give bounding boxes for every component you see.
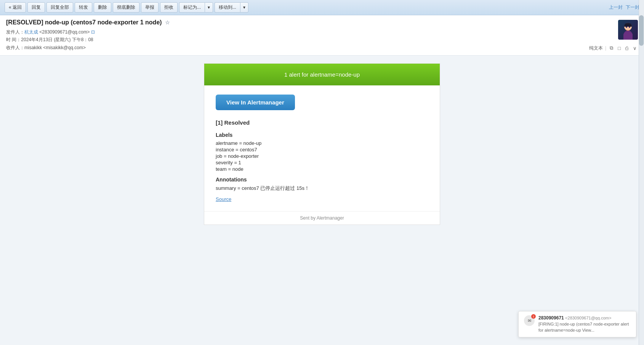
annotations-title: Annotations xyxy=(216,177,428,183)
star-icon[interactable]: ☆ xyxy=(165,19,170,26)
labels-title: Labels xyxy=(216,132,428,138)
separator: | xyxy=(605,45,606,51)
label-instance: instance = centos7 xyxy=(216,147,428,152)
email-meta: 发件人：杭太成 <2830909671@qq.com> ⊡ 时 间：2024年4… xyxy=(6,28,638,51)
recipient-value: misakikk <misakikk@qq.com> xyxy=(24,45,86,50)
email-title-row: [RESOLVED] node-up (centos7 node-exporte… xyxy=(6,19,638,26)
delete-button[interactable]: 删除 xyxy=(94,2,111,13)
back-button[interactable]: « 返回 xyxy=(5,2,26,13)
reply-button[interactable]: 回复 xyxy=(27,2,45,13)
scrollbar[interactable] xyxy=(639,0,644,284)
email-body: 1 alert for alertname=node-up View In Al… xyxy=(0,56,644,284)
sender-profile-icon[interactable]: ⊡ xyxy=(91,29,95,35)
mark-split-button: 标记为... ▼ xyxy=(179,2,213,13)
label-job: job = node-exporter xyxy=(216,153,428,159)
email-header: [RESOLVED] node-up (centos7 node-exporte… xyxy=(0,15,644,56)
annotations-section: Annotations summary = centos7 已停止运行超过 15… xyxy=(216,177,428,192)
email-subject: [RESOLVED] node-up (centos7 node-exporte… xyxy=(6,19,162,26)
labels-section: Labels alertname = node-up instance = ce… xyxy=(216,132,428,172)
more-actions-icon[interactable]: ∨ xyxy=(632,45,638,51)
avatar-image xyxy=(618,20,638,40)
recipient-label: 收件人： xyxy=(6,45,24,50)
mark-dropdown-arrow[interactable]: ▼ xyxy=(205,2,213,13)
time-value: 2024年4月13日 (星期六) 下午8：08 xyxy=(21,37,93,42)
sender-name: 杭太成 xyxy=(24,29,38,35)
svg-point-2 xyxy=(626,26,627,28)
alert-email-container: 1 alert for alertname=node-up View In Al… xyxy=(204,63,440,225)
sender-email: <2830909671@qq.com> xyxy=(39,29,90,35)
move-button[interactable]: 移动到... xyxy=(215,2,240,13)
label-severity: severity = 1 xyxy=(216,160,428,165)
copy-icon[interactable]: ⧉ xyxy=(609,45,614,51)
scrollbar-thumb[interactable] xyxy=(639,15,644,46)
alert-header-text: 1 alert for alertname=node-up xyxy=(284,71,360,78)
view-alertmanager-btn-wrapper: View In Alertmanager xyxy=(216,95,428,118)
new-window-icon[interactable]: □ xyxy=(617,45,622,51)
sender-row: 发件人：杭太成 <2830909671@qq.com> ⊡ xyxy=(6,28,638,36)
view-alertmanager-button[interactable]: View In Alertmanager xyxy=(216,95,295,110)
reject-button[interactable]: 拒收 xyxy=(160,2,178,13)
source-link-wrapper: Source xyxy=(216,196,428,202)
time-row: 时 间：2024年4月13日 (星期六) 下午8：08 xyxy=(6,36,638,43)
email-navigation: 上一封 下一封 xyxy=(609,4,639,11)
move-dropdown-arrow[interactable]: ▼ xyxy=(240,2,248,13)
forward-button[interactable]: 转发 xyxy=(75,2,92,13)
plain-text-label[interactable]: 纯文本 xyxy=(589,45,603,51)
prev-email-link[interactable]: 上一封 xyxy=(609,4,623,11)
label-alertname: alertname = node-up xyxy=(216,140,428,146)
annotation-summary: summary = centos7 已停止运行超过 15s！ xyxy=(216,185,428,192)
report-button[interactable]: 举报 xyxy=(141,2,159,13)
svg-point-3 xyxy=(629,26,630,28)
toolbar: « 返回 回复 回复全部 转发 删除 彻底删除 举报 拒收 标记为... ▼ 移… xyxy=(0,0,644,15)
sent-by: Sent by Alertmanager xyxy=(204,211,440,225)
label-team: team = node xyxy=(216,166,428,172)
avatar xyxy=(618,20,638,40)
recipient-row: 收件人：misakikk <misakikk@qq.com> xyxy=(6,44,638,51)
perm-delete-button[interactable]: 彻底删除 xyxy=(113,2,139,13)
print-icon[interactable]: ⎙ xyxy=(624,45,630,51)
alert-body: View In Alertmanager [1] Resolved Labels… xyxy=(204,85,440,211)
resolved-heading: [1] Resolved xyxy=(216,119,428,126)
email-view-actions: 纯文本 | ⧉ □ ⎙ ∨ xyxy=(589,45,638,51)
source-link[interactable]: Source xyxy=(216,196,231,202)
move-split-button: 移动到... ▼ xyxy=(215,2,248,13)
time-label: 时 间： xyxy=(6,37,21,42)
sender-label: 发件人： xyxy=(6,29,24,35)
next-email-link[interactable]: 下一封 xyxy=(626,4,639,11)
mark-button[interactable]: 标记为... xyxy=(179,2,205,13)
alert-header: 1 alert for alertname=node-up xyxy=(204,64,440,85)
reply-all-button[interactable]: 回复全部 xyxy=(46,2,73,13)
